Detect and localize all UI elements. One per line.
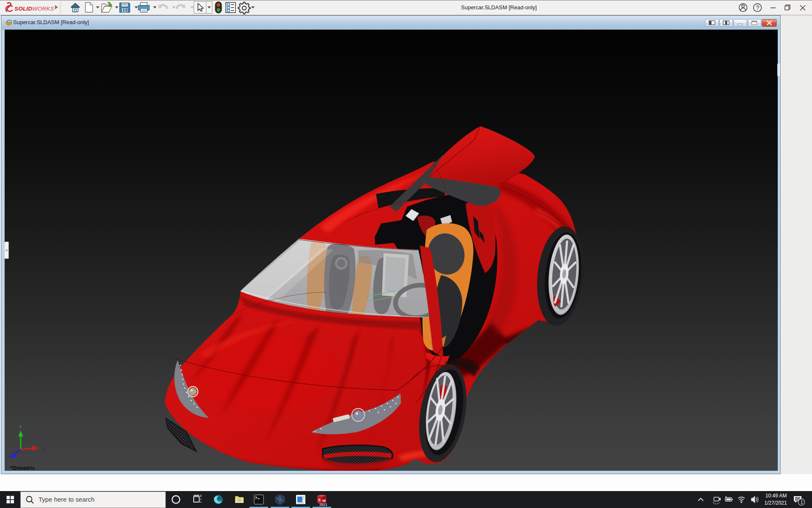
svg-text:S: S (318, 498, 321, 502)
svg-text:Y: Y (19, 424, 22, 429)
svg-text:X: X (42, 446, 45, 451)
svg-text:WORKS: WORKS (32, 6, 54, 12)
svg-text:?: ? (756, 4, 760, 11)
svg-text:SOLID: SOLID (14, 6, 32, 12)
svg-text:2021: 2021 (319, 502, 327, 507)
svg-text:*Dimetric: *Dimetric (10, 465, 36, 471)
svg-text:1: 1 (801, 500, 803, 505)
